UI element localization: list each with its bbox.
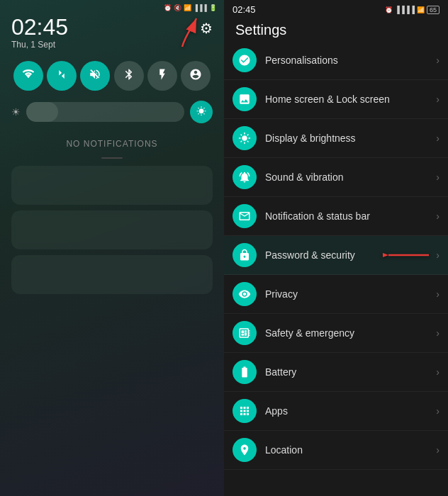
bluetooth-toggle[interactable] xyxy=(114,61,144,91)
settings-item-apps[interactable]: Apps › xyxy=(224,392,448,431)
safety-chevron: › xyxy=(436,327,439,339)
home-screen-label: Home screen & Lock screen xyxy=(265,94,436,105)
brightness-low-icon: ☀ xyxy=(11,106,21,118)
password-chevron: › xyxy=(436,249,439,261)
password-icon xyxy=(233,243,257,267)
home-screen-icon xyxy=(233,87,257,111)
apps-label: Apps xyxy=(265,405,436,417)
status-icons-left: ⏰ 🔇 📶 ▐▐▐ 🔋 xyxy=(164,4,217,11)
privacy-icon xyxy=(233,282,257,306)
battery-icon xyxy=(233,360,257,384)
settings-list: Personalisations › Home screen & Lock sc… xyxy=(224,41,448,496)
notification-cards-area xyxy=(0,159,224,496)
safety-label: Safety & emergency xyxy=(265,327,436,339)
settings-item-battery[interactable]: Battery › xyxy=(224,353,448,392)
auto-brightness-icon xyxy=(196,106,206,118)
status-icons-right: ⏰ ▐▐▐▐ 📶 65 xyxy=(385,6,439,14)
signal-bars-right: ▐▐▐▐ xyxy=(395,6,415,13)
apps-chevron: › xyxy=(436,405,439,417)
battery-icon-left: 🔋 xyxy=(209,4,217,11)
wifi-toggle[interactable] xyxy=(13,61,43,91)
signal-icon: ▐▐▐ xyxy=(194,4,207,11)
left-panel: ⏰ 🔇 📶 ▐▐▐ 🔋 02:45 Thu, 1 Sept xyxy=(0,0,224,496)
wifi-icon-status: 📶 xyxy=(184,4,191,11)
flashlight-toggle-icon xyxy=(156,68,169,84)
no-notifications-label: NO NOTIFICATIONS xyxy=(0,128,224,154)
volume-icon: 🔇 xyxy=(174,4,181,11)
settings-item-home-screen[interactable]: Home screen & Lock screen › xyxy=(224,80,448,119)
red-arrow-left xyxy=(172,13,207,52)
notification-icon xyxy=(233,204,257,228)
settings-gear-button[interactable]: ⚙ xyxy=(200,20,213,37)
location-label: Location xyxy=(265,444,436,456)
safety-icon xyxy=(233,321,257,345)
battery-icon-right: 65 xyxy=(427,6,439,14)
sound-label: Sound & vibration xyxy=(265,171,436,183)
settings-item-notification[interactable]: Notification & status bar › xyxy=(224,197,448,236)
data-toggle[interactable] xyxy=(47,61,77,91)
notif-card-3 xyxy=(11,255,213,294)
personalisations-icon xyxy=(233,48,257,72)
status-time-right: 02:45 xyxy=(233,4,256,15)
auto-brightness-button[interactable] xyxy=(190,101,213,123)
settings-item-display[interactable]: Display & brightness › xyxy=(224,119,448,158)
settings-item-privacy[interactable]: Privacy › xyxy=(224,275,448,314)
apps-icon xyxy=(233,399,257,423)
status-bar-left: ⏰ 🔇 📶 ▐▐▐ 🔋 xyxy=(0,0,224,13)
mute-toggle-icon xyxy=(89,68,101,84)
wifi-icon-right: 📶 xyxy=(417,6,425,13)
notification-chevron: › xyxy=(436,210,439,222)
notif-card-2 xyxy=(11,210,213,249)
display-icon xyxy=(233,126,257,150)
settings-item-safety[interactable]: Safety & emergency › xyxy=(224,314,448,353)
settings-item-password[interactable]: Password & security › xyxy=(224,236,448,275)
status-bar-right: 02:45 ⏰ ▐▐▐▐ 📶 65 xyxy=(224,0,448,16)
flashlight-toggle[interactable] xyxy=(147,61,177,91)
settings-item-personalisations[interactable]: Personalisations › xyxy=(224,41,448,80)
brightness-slider[interactable] xyxy=(26,102,184,122)
notification-label: Notification & status bar xyxy=(265,210,436,222)
portrait-toggle-icon xyxy=(189,68,202,84)
home-screen-chevron: › xyxy=(436,94,439,105)
alarm-icon-right: ⏰ xyxy=(385,6,393,13)
location-chevron: › xyxy=(436,444,439,456)
battery-chevron: › xyxy=(436,366,439,378)
personalisations-chevron: › xyxy=(436,55,439,66)
sound-chevron: › xyxy=(436,171,439,183)
bluetooth-toggle-icon xyxy=(123,68,135,84)
data-toggle-icon xyxy=(55,68,68,84)
time-display: 02:45 xyxy=(11,16,68,38)
time-area: 02:45 Thu, 1 Sept ⚙ xyxy=(0,13,224,55)
date-display: Thu, 1 Sept xyxy=(11,40,68,50)
red-arrow-right xyxy=(383,244,432,266)
right-panel: 02:45 ⏰ ▐▐▐▐ 📶 65 Settings Personalisati… xyxy=(224,0,448,496)
settings-item-sound[interactable]: Sound & vibration › xyxy=(224,158,448,197)
display-label: Display & brightness xyxy=(265,133,436,144)
location-icon xyxy=(233,438,257,462)
notif-card-1 xyxy=(11,166,213,205)
portrait-toggle[interactable] xyxy=(181,61,211,91)
quick-toggles xyxy=(0,55,224,96)
alarm-icon: ⏰ xyxy=(164,4,172,11)
settings-item-location[interactable]: Location › xyxy=(224,431,448,470)
sound-icon xyxy=(233,165,257,189)
settings-header: Settings xyxy=(224,16,448,41)
battery-label: Battery xyxy=(265,366,436,378)
display-chevron: › xyxy=(436,133,439,144)
privacy-chevron: › xyxy=(436,288,439,300)
privacy-label: Privacy xyxy=(265,288,436,300)
settings-title: Settings xyxy=(235,22,286,38)
brightness-row: ☀ xyxy=(0,96,224,128)
wifi-toggle-icon xyxy=(22,68,35,84)
personalisations-label: Personalisations xyxy=(265,55,436,66)
mute-toggle[interactable] xyxy=(80,61,110,91)
